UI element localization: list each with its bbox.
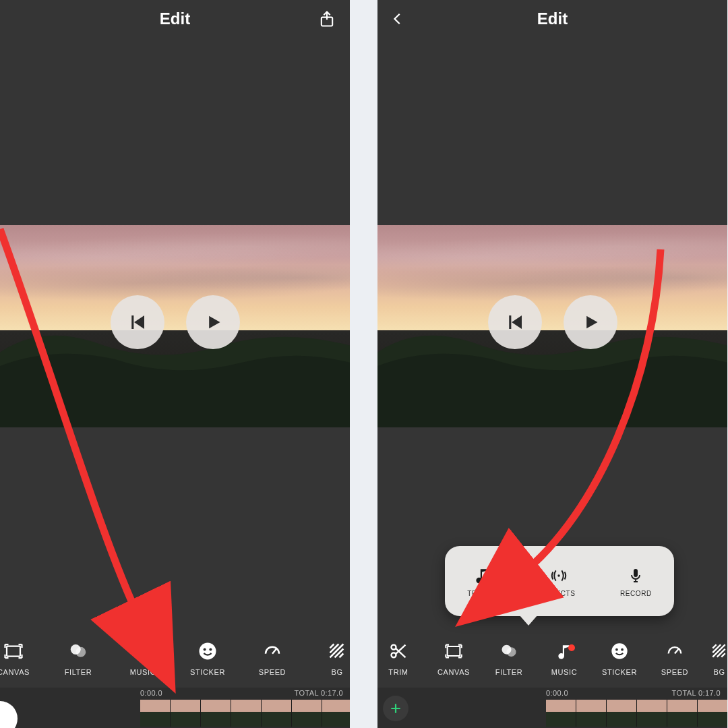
- canvas-icon: [442, 640, 465, 663]
- svg-point-16: [611, 643, 627, 659]
- time-total: TOTAL 0:17.0: [672, 689, 721, 697]
- svg-point-7: [209, 648, 212, 651]
- chevron-left-icon: [390, 11, 405, 26]
- clip-thumb[interactable]: [231, 700, 262, 727]
- svg-point-15: [507, 647, 516, 657]
- clip-thumb[interactable]: [698, 700, 727, 727]
- tool-music[interactable]: MUSIC: [537, 628, 592, 688]
- top-bar: Edit: [377, 0, 727, 38]
- popup-pointer: [519, 615, 538, 626]
- page-title: Edit: [160, 9, 190, 28]
- time-current: 0:00.0: [140, 689, 162, 697]
- bg-icon: [708, 640, 727, 663]
- tool-label: MUSIC: [551, 668, 577, 676]
- svg-point-6: [204, 648, 206, 651]
- play-button[interactable]: [564, 295, 617, 349]
- svg-rect-13: [448, 646, 460, 656]
- tool-label: BG: [331, 668, 342, 676]
- tool-label: FILTER: [495, 668, 523, 676]
- tool-label: TRIM: [388, 668, 408, 676]
- svg-point-5: [200, 643, 216, 660]
- tool-trim[interactable]: TRIM: [377, 628, 426, 688]
- tool-filter[interactable]: FILTER: [481, 628, 537, 688]
- popup-label: RECORD: [620, 590, 652, 597]
- skip-previous-icon: [505, 312, 525, 332]
- canvas-icon: [2, 640, 25, 663]
- clip-thumb[interactable]: [667, 700, 698, 727]
- timeline[interactable]: 0:00.0 TOTAL 0:17.0: [0, 688, 350, 728]
- svg-rect-10: [634, 569, 638, 577]
- tracks-icon: [472, 566, 492, 586]
- bg-icon: [326, 640, 348, 663]
- tool-label: MUSIC: [130, 668, 156, 676]
- clip-thumb[interactable]: [607, 700, 637, 727]
- popup-label: EFFECTS: [542, 590, 576, 597]
- tool-canvas[interactable]: CANVAS: [0, 628, 46, 688]
- tool-speed[interactable]: SPEED: [240, 628, 305, 688]
- popup-record[interactable]: RECORD: [620, 566, 652, 597]
- popup-tracks[interactable]: TRACKS: [467, 566, 497, 597]
- timeline-handle[interactable]: [0, 701, 18, 728]
- tool-label: BG: [713, 668, 725, 676]
- time-total: TOTAL 0:17.0: [295, 689, 343, 697]
- skip-previous-icon: [127, 312, 148, 332]
- tool-label: SPEED: [259, 668, 286, 676]
- clip-thumb[interactable]: [576, 700, 607, 727]
- tool-bg[interactable]: BG: [702, 628, 727, 688]
- previous-button[interactable]: [111, 295, 164, 349]
- filter-icon: [67, 640, 90, 663]
- popup-label: TRACKS: [467, 590, 497, 597]
- phone-screenshot-left: Edit: [0, 0, 350, 728]
- clip-thumb[interactable]: [140, 700, 171, 727]
- tool-sticker[interactable]: STICKER: [175, 628, 240, 688]
- tool-filter[interactable]: FILTER: [46, 628, 111, 688]
- sticker-icon: [608, 640, 631, 663]
- svg-point-9: [557, 574, 559, 576]
- share-icon: [317, 9, 336, 28]
- music-icon: [553, 640, 576, 663]
- play-icon: [204, 313, 222, 332]
- svg-point-4: [75, 647, 86, 657]
- phone-screenshot-right: Edit TRACKS EFFECTS: [377, 0, 727, 728]
- tool-label: FILTER: [65, 668, 92, 676]
- clip-thumb[interactable]: [262, 700, 292, 727]
- clip-thumb[interactable]: [546, 700, 576, 727]
- tool-sticker[interactable]: STICKER: [592, 628, 647, 688]
- add-clip-button[interactable]: [383, 696, 408, 721]
- svg-rect-2: [7, 646, 20, 657]
- music-popup: TRACKS EFFECTS RECORD: [445, 546, 674, 616]
- svg-point-17: [615, 648, 618, 651]
- clip-thumb[interactable]: [637, 700, 667, 727]
- timeline[interactable]: 0:00.0 TOTAL 0:17.0: [377, 688, 727, 728]
- play-icon: [581, 313, 600, 332]
- tool-speed[interactable]: SPEED: [647, 628, 702, 688]
- tool-canvas[interactable]: CANVAS: [426, 628, 481, 688]
- sticker-icon: [196, 640, 219, 663]
- tool-music[interactable]: MUSIC: [111, 628, 175, 688]
- clip-thumb[interactable]: [171, 700, 201, 727]
- clip-thumb[interactable]: [322, 700, 350, 727]
- clip-thumb[interactable]: [292, 700, 322, 727]
- speed-icon: [261, 640, 284, 663]
- tool-bar: CANVAS FILTER MUSIC STICKER SPEED BG: [0, 628, 350, 688]
- top-bar: Edit: [0, 0, 350, 38]
- music-icon: [131, 640, 154, 663]
- tool-bg[interactable]: BG: [305, 628, 350, 688]
- previous-button[interactable]: [488, 295, 542, 349]
- popup-effects[interactable]: EFFECTS: [542, 566, 576, 597]
- notification-dot: [147, 644, 154, 651]
- video-preview: [0, 225, 350, 427]
- record-icon: [626, 566, 646, 586]
- tool-label: CANVAS: [437, 668, 470, 676]
- back-button[interactable]: [387, 8, 408, 30]
- effects-icon: [549, 566, 569, 586]
- svg-point-18: [621, 648, 624, 651]
- tool-label: CANVAS: [0, 668, 30, 676]
- clip-thumb[interactable]: [201, 700, 231, 727]
- plus-icon: [389, 702, 402, 715]
- video-preview: [377, 225, 727, 427]
- play-button[interactable]: [186, 295, 240, 349]
- share-button[interactable]: [313, 5, 340, 32]
- page-title: Edit: [537, 9, 568, 28]
- svg-rect-1: [131, 315, 133, 329]
